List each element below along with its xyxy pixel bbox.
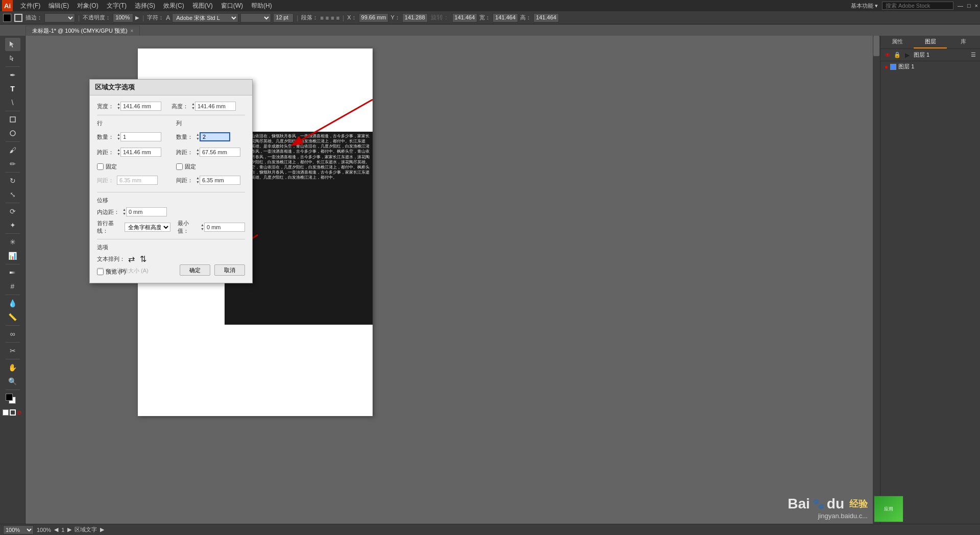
layer-eye-icon[interactable]: ● — [885, 63, 888, 70]
rect-tool-btn[interactable] — [5, 113, 20, 126]
chart-tool-btn[interactable]: 📊 — [5, 249, 20, 262]
eyedropper-btn[interactable]: 💧 — [5, 297, 20, 310]
type-tool-btn[interactable]: T — [5, 82, 20, 95]
menu-object[interactable]: 对象(O) — [74, 1, 102, 11]
height-spin-arrows[interactable]: ▲▼ — [191, 102, 195, 110]
hand-tool-btn[interactable]: ✋ — [5, 361, 20, 374]
warp-tool-btn[interactable]: ⟳ — [5, 205, 20, 218]
y-value[interactable]: 141.288 — [402, 13, 428, 22]
ok-button[interactable]: 确定 — [180, 264, 210, 276]
col-gap-arrows[interactable]: ▲▼ — [196, 176, 200, 184]
col-fixed-checkbox[interactable] — [176, 163, 183, 170]
document-tab[interactable]: 未标题-1* @ 100% (CMYK/GPU 预览) × — [26, 26, 140, 36]
menu-edit[interactable]: 编辑(E) — [45, 1, 72, 11]
col-span-arrows[interactable]: ▲▼ — [196, 148, 200, 156]
align-right-btn[interactable]: ≡ — [331, 15, 334, 21]
rot-value[interactable]: 141.464 — [452, 13, 478, 22]
h-value[interactable]: 141.464 — [533, 13, 559, 22]
tab-close-btn[interactable]: × — [131, 28, 134, 34]
min-value[interactable]: 0 mm — [204, 223, 245, 232]
search-input[interactable] — [882, 2, 953, 10]
layer-options-btn[interactable]: ☰ — [971, 52, 976, 58]
scale-tool-btn[interactable]: ⤡ — [5, 188, 20, 201]
w-value[interactable]: 141.464 — [493, 13, 518, 22]
measure-btn[interactable]: 📏 — [5, 310, 20, 324]
align-center-btn[interactable]: ≡ — [326, 15, 329, 21]
row-fixed-checkbox[interactable] — [97, 163, 104, 170]
ellipse-tool-btn[interactable] — [5, 127, 20, 140]
fill-toggle[interactable] — [3, 409, 9, 416]
scissors-tool-btn[interactable]: ✂ — [5, 344, 20, 357]
menu-view[interactable]: 视图(V) — [189, 1, 216, 11]
menu-select[interactable]: 选择(S) — [131, 1, 159, 11]
inset-arrows[interactable]: ▲▼ — [122, 208, 126, 216]
font-name-select[interactable]: Adobe 宋体 Std L — [172, 13, 238, 22]
menu-effect[interactable]: 效果(C) — [160, 1, 188, 11]
col-count-arrows[interactable]: ▲▼ — [196, 133, 200, 141]
x-value[interactable]: 99.66 mm — [359, 13, 389, 22]
row-span-value[interactable]: 141.46 mm — [120, 148, 161, 157]
symbol-tool-btn[interactable]: ✳ — [5, 235, 20, 249]
row-count-arrows[interactable]: ▲▼ — [117, 133, 120, 141]
height-value[interactable]: 141.46 mm — [195, 102, 236, 111]
artboard-type-arrows[interactable]: ▶ — [100, 526, 104, 533]
col-count-input[interactable] — [200, 132, 230, 141]
none-toggle[interactable]: ⊘ — [17, 409, 23, 416]
gradient-tool-btn[interactable] — [5, 266, 20, 279]
menu-help[interactable]: 帮助(H) — [248, 1, 276, 11]
baseline-select[interactable]: 全角字框高度 上缘 行距 固定 自动 — [125, 223, 170, 232]
color-selector[interactable] — [6, 394, 20, 408]
line-tool-btn[interactable]: \ — [5, 96, 20, 109]
layer-visibility-icon[interactable]: 👁 — [885, 52, 891, 59]
width-spin-arrows[interactable]: ▲▼ — [117, 102, 120, 110]
pencil-tool-btn[interactable]: ✏ — [5, 157, 20, 171]
window-close-btn[interactable]: × — [975, 3, 978, 9]
pen-tool-btn[interactable]: ✒ — [5, 68, 20, 82]
align-justify-btn[interactable]: ≡ — [336, 15, 339, 21]
select-tool-btn[interactable] — [5, 38, 20, 51]
opacity-value[interactable]: 100% — [113, 13, 133, 22]
font-style-select[interactable] — [240, 13, 271, 22]
layer-expand-icon[interactable]: ▶ — [905, 52, 910, 59]
mesh-tool-btn[interactable]: # — [5, 280, 20, 293]
properties-tab[interactable]: 属性 — [880, 36, 914, 48]
fill-color-box[interactable] — [3, 14, 11, 22]
stroke-select[interactable] — [44, 13, 75, 22]
layer-lock-icon[interactable]: 🔒 — [894, 52, 901, 58]
vertical-scrollbar[interactable] — [873, 36, 880, 535]
inset-value[interactable]: 0 mm — [126, 207, 167, 216]
blend-tool-btn[interactable]: ∞ — [5, 327, 20, 341]
page-arrows-prev[interactable]: ◀ — [54, 526, 58, 533]
brush-tool-btn[interactable]: 🖌 — [5, 143, 20, 157]
libraries-tab[interactable]: 库 — [947, 36, 980, 48]
align-left-btn[interactable]: ≡ — [320, 15, 323, 21]
menu-file[interactable]: 文件(F) — [17, 1, 44, 11]
min-arrows[interactable]: ▲▼ — [201, 223, 204, 231]
col-span-value[interactable]: 67.56 mm — [200, 148, 240, 157]
page-arrows-next[interactable]: ▶ — [67, 526, 71, 533]
row-span-arrows[interactable]: ▲▼ — [117, 148, 120, 156]
scrollbar-thumb[interactable] — [873, 36, 879, 56]
menu-text[interactable]: 文字(T) — [103, 1, 130, 11]
zoom-select[interactable]: 100% — [3, 525, 34, 534]
window-minimize-btn[interactable]: — — [958, 3, 963, 9]
text-flow-vertical-btn[interactable]: ⇅ — [140, 254, 146, 264]
window-maximize-btn[interactable]: □ — [967, 3, 971, 9]
menu-window[interactable]: 窗口(W) — [217, 1, 247, 11]
rotate-tool-btn[interactable]: ↻ — [5, 174, 20, 187]
cancel-button[interactable]: 取消 — [214, 264, 245, 276]
direct-select-tool-btn[interactable] — [5, 52, 20, 65]
font-size-value[interactable]: 12 pt — [273, 13, 293, 22]
row-count-value[interactable]: 1 — [120, 132, 161, 141]
layers-tab[interactable]: 图层 — [914, 36, 947, 48]
stroke-color-box[interactable] — [14, 14, 22, 22]
opacity-more-btn[interactable]: ▶ — [135, 15, 139, 20]
width-value[interactable]: 141.46 mm — [120, 102, 161, 111]
col-gap-value[interactable]: 6.35 mm — [200, 176, 240, 185]
zoom-tool-btn[interactable]: 🔍 — [5, 375, 20, 388]
text-flow-horizontal-btn[interactable]: ⇄ — [128, 254, 135, 264]
preview-checkbox[interactable] — [97, 269, 104, 275]
font-icon: A — [166, 14, 170, 21]
free-transform-btn[interactable]: ✦ — [5, 218, 20, 232]
stroke-toggle[interactable] — [10, 409, 16, 416]
